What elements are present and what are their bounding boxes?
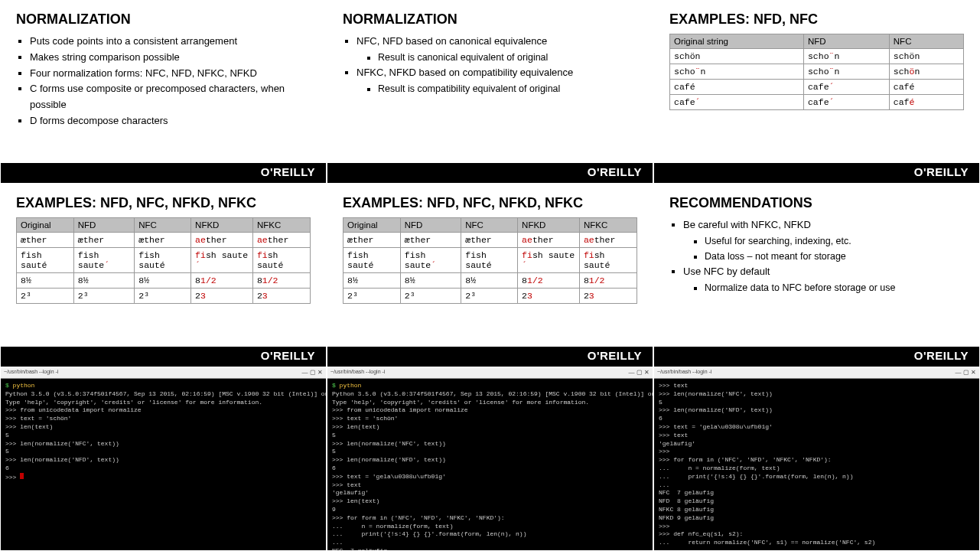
bullet: C forms use composite or precomposed cha… [30,81,311,113]
brand-footer: O'REILLY [327,347,653,367]
brand-footer: O'REILLY [1,347,326,367]
th-nfc: NFC [889,34,963,49]
window-controls-icon: — ▢ ✕ [629,369,650,377]
bullet: Four normalization forms: NFC, NFD, NFKC… [30,66,311,82]
terminal-body: $ python Python 3.5.0 (v3.5.0:374f501f45… [327,379,653,551]
bullet-list: Be careful with NFKC, NFKD Useful for se… [669,217,964,295]
terminal-body: >>> text >>> len(normalize('NFC', text))… [654,379,979,551]
slide-recommendations: RECOMMENDATIONS Be careful with NFKC, NF… [653,184,980,367]
slide-title: NORMALIZATION [16,11,311,28]
bullet: NFC, NFD based on canonical equivalence … [357,34,637,65]
bullet: Makes string comparison possible [30,50,311,66]
terminal-titlebar: ~/usr/bin/bash --login -i— ▢ ✕ [654,368,979,379]
examples-table: Original NFD NFC NFKD NFKC ætherætheræth… [343,217,637,304]
sub-bullet: Useful for searching, indexing, etc. [705,233,964,249]
brand-footer: O'REILLY [327,163,653,183]
slide-title: NORMALIZATION [343,11,637,28]
sub-bullet: Result is compatibility equivalent of or… [378,81,637,96]
table-row: café cafe´ café [670,80,964,95]
slide-examples-all-1: EXAMPLES: NFD, NFC, NFKD, NFKC Original … [0,184,327,367]
table-row: 2³2³2³ 23 23 [17,289,311,304]
sub-bullet: Data loss – not meant for storage [705,249,964,264]
slide-title: EXAMPLES: NFD, NFC [669,11,964,28]
terminal-slide-3: ~/usr/bin/bash --login -i— ▢ ✕ >>> text … [653,367,980,551]
bullet-list: NFC, NFD based on canonical equivalence … [343,34,637,96]
slide-examples-nfd-nfc: EXAMPLES: NFD, NFC Original string NFD N… [653,0,980,184]
window-controls-icon: — ▢ ✕ [956,369,976,377]
bullet-list: Puts code points into a consistent arran… [16,34,311,129]
slide-examples-all-2: EXAMPLES: NFD, NFC, NFKD, NFKC Original … [327,184,653,367]
table-row: fish sauté fish saute´ fish sauté fish s… [343,248,637,273]
table-row: 8½8½8½ 81/2 81/2 [17,273,311,289]
slide-title: EXAMPLES: NFD, NFC, NFKD, NFKC [16,195,311,211]
examples-table: Original string NFD NFC schön scho¨n sch… [669,34,964,110]
table-row: scho¨n scho¨n schön [670,64,964,80]
table-row: schön scho¨n schön [670,49,964,64]
brand-footer: O'REILLY [654,163,979,183]
bullet: Be careful with NFKC, NFKD Useful for se… [683,217,964,264]
th-original: Original string [670,34,804,49]
examples-table: Original NFD NFC NFKD NFKC ætherætheræth… [16,217,311,304]
sub-bullet: Normalize data to NFC before storage or … [705,280,964,295]
cursor-icon [20,473,24,479]
table-row: cafe´ cafe´ café [670,95,964,110]
bullet: D forms decompose characters [30,113,311,129]
slide-normalization-1: NORMALIZATION Puts code points into a co… [0,0,327,184]
table-row: 8½8½8½ 81/2 81/2 [343,273,637,289]
th-nfd: NFD [803,34,889,49]
bullet: Use NFC by default Normalize data to NFC… [683,264,964,295]
table-row: 2³2³2³ 23 23 [343,289,637,304]
terminal-slide-2: ~/usr/bin/bash --login -i— ▢ ✕ $ python … [327,367,653,551]
terminal-slide-1: ~/usr/bin/bash --login -i— ▢ ✕ $ python … [0,367,327,551]
brand-footer: O'REILLY [1,163,326,183]
terminal-titlebar: ~/usr/bin/bash --login -i— ▢ ✕ [327,368,653,379]
slide-title: RECOMMENDATIONS [669,195,964,211]
slide-normalization-2: NORMALIZATION NFC, NFD based on canonica… [327,0,653,184]
bullet: NFKC, NFKD based on compatibility equiva… [357,65,637,96]
sub-bullet: Result is canonical equivalent of origin… [378,50,637,65]
terminal-body: $ python Python 3.5.0 (v3.5.0:374f501f45… [1,379,326,485]
table-row: ætherætheræther aether aether [17,233,311,248]
window-controls-icon: — ▢ ✕ [302,369,323,377]
bullet: Puts code points into a consistent arran… [30,34,311,50]
terminal-titlebar: ~/usr/bin/bash --login -i— ▢ ✕ [1,368,326,379]
table-row: fish sauté fish saute´ fish sauté fish s… [17,248,311,273]
slide-title: EXAMPLES: NFD, NFC, NFKD, NFKC [343,195,637,211]
brand-footer: O'REILLY [654,347,979,367]
table-row: ætherætheræther aether aether [343,233,637,248]
